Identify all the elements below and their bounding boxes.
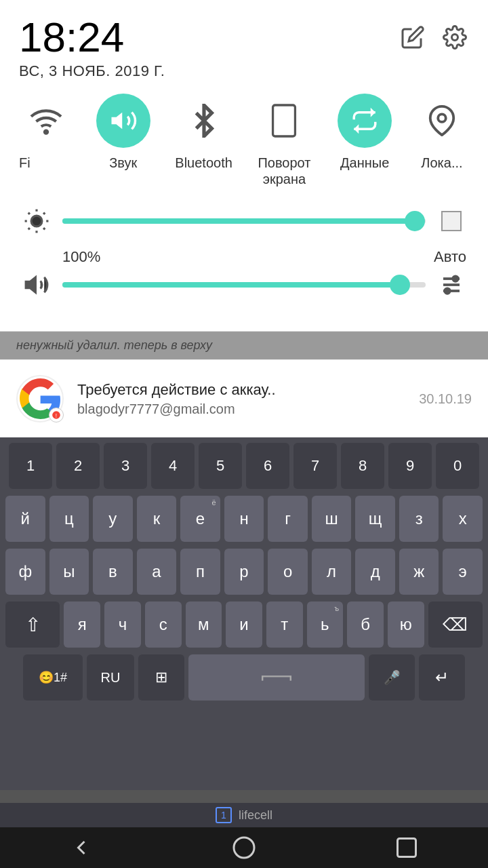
notification-title: Требуется действие с аккау.. — [77, 381, 405, 399]
key-shift[interactable]: ⇧ — [5, 601, 60, 648]
tile-wifi[interactable]: Fi — [19, 94, 73, 171]
tile-data[interactable]: Данные — [334, 94, 395, 171]
key-9[interactable]: 9 — [388, 443, 432, 489]
keyboard-row-2: ф ы в а п р о л д ж э — [0, 545, 488, 598]
key-delete[interactable]: ⌫ — [428, 601, 483, 648]
key-е[interactable]: её — [180, 496, 220, 542]
key-й[interactable]: й — [5, 496, 45, 542]
tile-bluetooth-label: Bluetooth — [175, 155, 232, 171]
key-и[interactable]: и — [226, 601, 262, 648]
tile-bluetooth[interactable]: Bluetooth — [174, 94, 235, 171]
brightness-icon — [22, 206, 52, 236]
tile-sound[interactable]: Звук — [93, 94, 154, 171]
key-х[interactable]: х — [443, 496, 483, 542]
svg-point-4 — [438, 114, 446, 122]
key-ч[interactable]: ч — [104, 601, 141, 648]
brightness-percent: 100% — [62, 248, 100, 266]
notification-content: Требуется действие с аккау.. blagodyr777… — [77, 381, 405, 417]
brightness-slider-row — [22, 206, 466, 236]
key-б[interactable]: б — [347, 601, 384, 648]
key-к[interactable]: к — [137, 496, 177, 542]
key-в[interactable]: в — [93, 549, 133, 595]
key-ш[interactable]: ш — [312, 496, 352, 542]
svg-marker-2 — [111, 113, 122, 130]
key-ю[interactable]: ю — [388, 601, 424, 648]
key-р[interactable]: р — [224, 549, 264, 595]
peek-text: ненужный удалил. теперь в верху — [16, 338, 212, 352]
key-ц[interactable]: ц — [49, 496, 89, 542]
volume-settings-icon[interactable] — [436, 270, 466, 300]
key-1[interactable]: 1 — [9, 443, 52, 489]
key-а[interactable]: а — [137, 549, 177, 595]
key-5[interactable]: 5 — [199, 443, 242, 489]
nav-recents-button[interactable] — [380, 831, 434, 865]
auto-brightness-toggle[interactable] — [436, 206, 466, 236]
svg-line-9 — [43, 228, 45, 229]
key-mic[interactable]: 🎤 — [369, 654, 415, 701]
date-display: ВС, 3 НОЯБ. 2019 Г. — [19, 62, 165, 80]
notification-badge: ! — [49, 408, 64, 422]
key-ж[interactable]: ж — [399, 549, 439, 595]
tiles-row: Fi Звук Bluetooth — [19, 94, 469, 187]
key-м[interactable]: м — [186, 601, 222, 648]
keyboard-number-row: 1 2 3 4 5 6 7 8 9 0 — [0, 437, 488, 492]
key-п[interactable]: п — [180, 549, 220, 595]
svg-point-0 — [452, 35, 458, 41]
notification-subtitle: blagodyr7777@gmail.com — [77, 401, 405, 417]
svg-rect-23 — [398, 839, 416, 857]
tile-data-label: Данные — [340, 155, 389, 171]
auto-label: Авто — [434, 248, 466, 266]
key-4[interactable]: 4 — [151, 443, 195, 489]
key-7[interactable]: 7 — [293, 443, 337, 489]
key-у[interactable]: у — [93, 496, 133, 542]
nav-back-button[interactable] — [54, 831, 108, 865]
key-э[interactable]: э — [443, 549, 483, 595]
key-enter[interactable]: ↵ — [419, 654, 465, 701]
edit-icon[interactable] — [399, 23, 427, 52]
nav-home-button[interactable] — [217, 831, 271, 865]
key-н[interactable]: н — [224, 496, 264, 542]
tile-location[interactable]: Лока... — [415, 94, 469, 171]
svg-marker-14 — [26, 277, 35, 292]
key-д[interactable]: д — [355, 549, 395, 595]
key-emoji-num[interactable]: 😊1# — [23, 654, 83, 701]
key-6[interactable]: 6 — [246, 443, 289, 489]
carrier-name: lifecell — [239, 808, 272, 823]
tile-rotation[interactable]: Поворотэкрана — [253, 94, 314, 187]
brightness-slider[interactable] — [62, 218, 426, 224]
key-8[interactable]: 8 — [341, 443, 384, 489]
key-щ[interactable]: щ — [355, 496, 395, 542]
key-space[interactable] — [188, 654, 365, 701]
key-lang[interactable]: RU — [87, 654, 134, 701]
key-л[interactable]: л — [312, 549, 352, 595]
notification-time: 30.10.19 — [419, 391, 472, 407]
key-о[interactable]: о — [268, 549, 308, 595]
sim-indicator: 1 — [216, 807, 232, 823]
svg-point-19 — [445, 288, 450, 294]
settings-icon[interactable] — [441, 23, 469, 52]
key-ы[interactable]: ы — [49, 549, 89, 595]
notification-card[interactable]: ! Требуется действие с аккау.. blagodyr7… — [0, 359, 488, 437]
volume-icon — [22, 270, 52, 300]
brightness-label-row: 100% Авто — [22, 248, 466, 270]
svg-point-1 — [45, 131, 47, 134]
keyboard-row-3: ⇧ я ч с м и т ьъ б ю ⌫ — [0, 598, 488, 651]
key-2[interactable]: 2 — [56, 443, 100, 489]
key-ф[interactable]: ф — [5, 549, 45, 595]
key-3[interactable]: 3 — [104, 443, 147, 489]
key-т[interactable]: т — [266, 601, 303, 648]
key-з[interactable]: з — [399, 496, 439, 542]
keyboard-row-1: й ц у к её н г ш щ з х — [0, 492, 488, 545]
key-с[interactable]: с — [145, 601, 182, 648]
header-row: 18:24 ВС, 3 НОЯБ. 2019 Г. — [19, 16, 469, 80]
svg-line-13 — [43, 213, 45, 214]
svg-point-5 — [31, 216, 42, 226]
key-я[interactable]: я — [64, 601, 100, 648]
key-0[interactable]: 0 — [436, 443, 479, 489]
sliders-section: 100% Авто — [19, 206, 469, 300]
key-ь[interactable]: ьъ — [307, 601, 344, 648]
svg-point-18 — [453, 276, 458, 281]
key-г[interactable]: г — [268, 496, 308, 542]
key-table[interactable]: ⊞ — [138, 654, 184, 701]
volume-slider[interactable] — [62, 282, 426, 288]
